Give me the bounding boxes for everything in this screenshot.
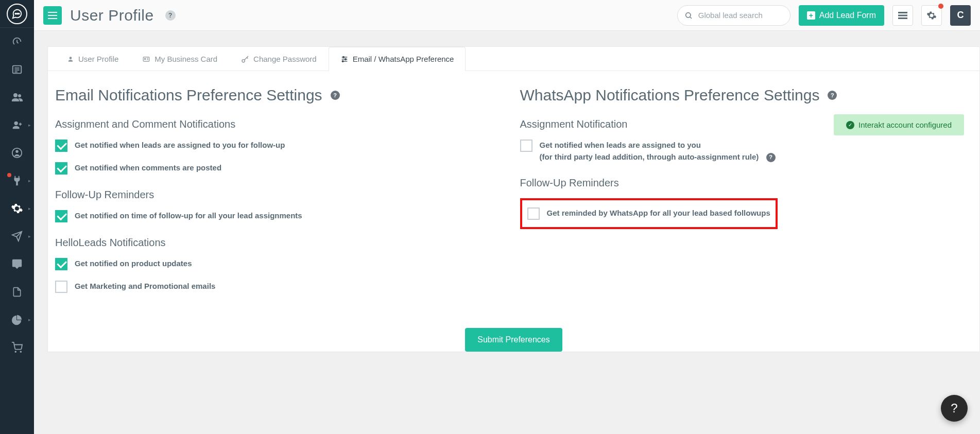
file-icon [12,286,22,298]
tab-label: Email / WhatsApp Preference [353,55,454,63]
menu-lines-icon [898,11,907,20]
checkbox-product-updates[interactable] [55,258,67,270]
settings-gear-button[interactable] [921,5,942,26]
page-title: User Profile [70,7,154,24]
user-plus-icon [11,119,23,131]
sidebar-item-people[interactable] [0,83,34,111]
tab-change-password[interactable]: Change Password [229,47,329,71]
sidebar-item-add-user[interactable]: ▸ [0,111,34,139]
profile-panel: User Profile My Business Card Change Pas… [47,46,980,352]
subsection-followup: Follow-Up Reminders Get notified on time… [55,189,500,222]
whatsapp-column: WhatsApp Notifications Preference Settin… [520,86,965,307]
checkbox-assigned-leads[interactable] [55,140,67,152]
comments-icon [11,258,23,270]
global-search-input[interactable] [677,5,790,26]
sidebar-item-campaigns[interactable]: ▸ [0,222,34,250]
chat-bubble-icon [11,8,23,20]
checkbox-wa-assigned[interactable] [520,140,532,152]
svg-point-15 [20,351,21,352]
list-icon [11,64,23,75]
subsection-helloleads: HelloLeads Notifications Get notified on… [55,237,500,293]
sidebar-item-profile[interactable] [0,139,34,167]
caret-icon: ▸ [28,317,31,322]
user-icon [67,56,74,63]
add-lead-label: Add Lead Form [819,11,876,20]
svg-point-9 [14,121,18,125]
app-logo[interactable] [7,4,27,24]
sidebar-item-settings[interactable]: ▸ [0,195,34,222]
submit-preferences-button[interactable]: Submit Preferences [465,328,562,352]
checkbox-comments-posted[interactable] [55,162,67,175]
sliders-icon [340,55,349,63]
menu-toggle-button[interactable] [43,6,62,25]
notification-dot [938,4,943,9]
search-box [677,5,790,26]
checkbox-label: Get notified when leads are assigned to … [540,140,776,163]
svg-line-17 [690,17,692,19]
page-title-help[interactable]: ? [165,10,176,21]
caret-icon: ▸ [28,206,31,211]
people-icon [11,91,23,103]
tab-user-profile[interactable]: User Profile [55,47,130,71]
check-circle-icon: ✓ [846,121,854,129]
main-area: User Profile ? + Add Lead Form C [34,0,980,434]
card-icon [142,56,150,63]
notification-dot [7,173,11,177]
svg-point-26 [242,59,245,62]
help-icon[interactable]: ? [828,91,837,100]
subsection-wa-assignment: ✓ Interakt account configured Assignment… [520,118,965,163]
content-area: User Profile My Business Card Change Pas… [34,31,980,434]
caret-icon: ▸ [28,234,31,239]
sidebar-item-chat[interactable] [0,250,34,278]
checkbox-label: Get notified when leads are assigned to … [75,140,285,151]
checkbox-marketing-emails[interactable] [55,281,67,293]
sidebar-item-dashboard[interactable] [0,28,34,56]
whatsapp-section-title: WhatsApp Notifications Preference Settin… [520,86,965,104]
checkbox-wa-followup-reminder[interactable] [527,207,540,220]
tab-email-whatsapp[interactable]: Email / WhatsApp Preference [329,47,466,71]
svg-point-30 [345,58,346,60]
checkbox-row: Get Marketing and Promotional emails [55,281,500,293]
floating-help-button[interactable]: ? [941,395,968,422]
checkbox-label: Get notified on product updates [75,258,192,270]
menu-grid-button[interactable] [892,5,913,26]
svg-point-14 [15,351,16,352]
svg-point-7 [13,93,18,97]
user-avatar-button[interactable]: C [950,5,971,26]
svg-point-13 [15,150,19,153]
subsection-title: Follow-Up Reminders [520,177,965,189]
logo-container [0,0,34,28]
subsection-title: HelloLeads Notifications [55,237,500,249]
checkbox-label: Get Marketing and Promotional emails [75,281,215,292]
hamburger-icon [48,15,57,16]
gear-icon [11,202,23,215]
header-bar: User Profile ? + Add Lead Form C [34,0,980,31]
checkbox-followup-time[interactable] [55,210,67,222]
caret-icon: ▸ [28,178,31,183]
svg-rect-20 [898,18,907,19]
svg-point-0 [15,13,16,14]
sidebar-item-lists[interactable] [0,56,34,83]
sidebar-item-reports[interactable]: ▸ [0,306,34,334]
svg-point-21 [70,57,72,59]
help-icon[interactable]: ? [766,153,776,162]
profile-tabs: User Profile My Business Card Change Pas… [48,47,979,71]
help-icon[interactable]: ? [331,91,340,100]
status-badge: ✓ Interakt account configured [834,114,964,135]
svg-point-8 [18,94,21,97]
add-lead-form-button[interactable]: + Add Lead Form [799,5,884,26]
sidebar-item-documents[interactable] [0,278,34,306]
svg-point-32 [342,60,343,62]
svg-point-1 [17,13,18,14]
email-column: Email Notifications Preference Settings … [55,86,500,307]
svg-rect-22 [144,57,150,61]
checkbox-row: Get notified when comments are posted [55,162,500,175]
submit-row: Submit Preferences [48,323,979,352]
sidebar-item-shop[interactable] [0,334,34,361]
sidebar-item-integrations[interactable]: ▸ [0,167,34,195]
svg-rect-18 [898,12,907,13]
checkbox-row: Get notified when leads are assigned to … [55,140,500,152]
svg-point-23 [145,58,146,59]
tab-business-card[interactable]: My Business Card [130,47,229,71]
sidebar: ▸ ▸ ▸ ▸ ▸ [0,0,34,434]
